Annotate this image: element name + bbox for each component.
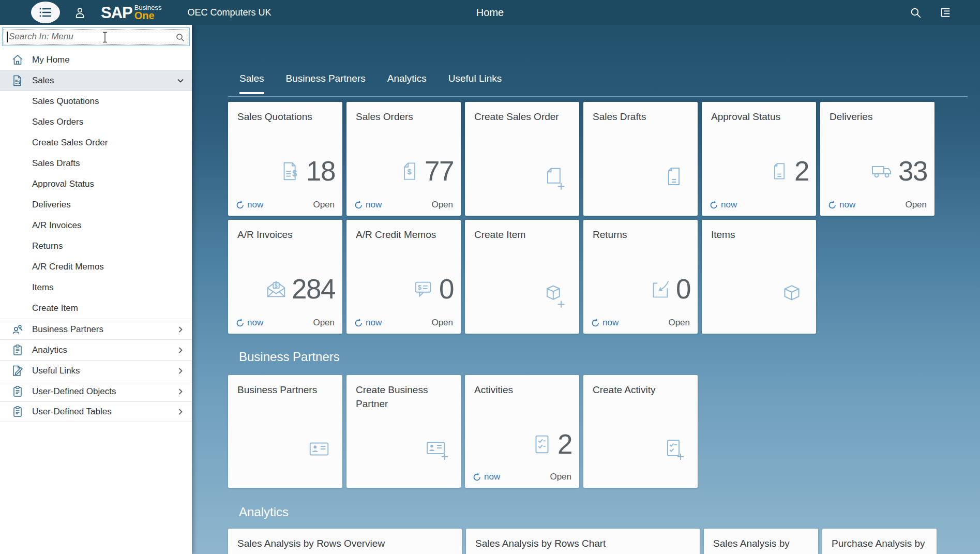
open-link[interactable]: Open xyxy=(431,200,453,210)
sidebar-item-sales-quotations[interactable]: Sales Quotations xyxy=(0,91,192,112)
company-name: OEC Computers UK xyxy=(188,7,272,18)
tile-sales-analysis-rows-overview[interactable]: Sales Analysis by Rows Overview Sales YT… xyxy=(228,529,462,554)
tile-create-activity[interactable]: Create Activity xyxy=(583,375,698,488)
tile-title: Approval Status xyxy=(711,110,810,124)
tile-business-partners[interactable]: Business Partners xyxy=(228,375,342,488)
tile-count: 0 xyxy=(439,275,454,304)
clipboard-icon xyxy=(10,385,25,398)
refresh-now-button[interactable]: now xyxy=(236,318,263,328)
tile-deliveries[interactable]: Deliveries 33 now Open xyxy=(820,102,934,216)
tile-title: A/R Credit Memos xyxy=(356,228,455,242)
tile-sales-orders[interactable]: Sales Orders $ 77 now Open xyxy=(346,102,461,216)
refresh-now-button[interactable]: now xyxy=(710,200,737,210)
tile-count: 284 xyxy=(292,275,335,304)
sidebar-item-user-defined-tables[interactable]: User-Defined Tables xyxy=(0,401,192,422)
tile-create-item[interactable]: Create Item xyxy=(465,220,579,334)
refresh-now-button[interactable]: now xyxy=(591,318,619,328)
tab-useful-links[interactable]: Useful Links xyxy=(448,72,502,94)
tile-ar-invoices[interactable]: A/R Invoices $ 284 now Open xyxy=(228,220,342,334)
document-edit-icon xyxy=(10,364,25,378)
tile-title: Sales Analysis by Rows Overview xyxy=(237,536,456,550)
chevron-right-icon xyxy=(176,346,185,354)
sidebar-item-my-home[interactable]: My Home xyxy=(0,50,192,70)
contact-card-plus-icon xyxy=(425,437,449,462)
refresh-icon xyxy=(828,201,837,209)
hamburger-menu-button[interactable] xyxy=(31,2,60,23)
open-link[interactable]: Open xyxy=(313,318,335,328)
refresh-now-button[interactable]: now xyxy=(473,472,500,482)
sidebar-item-useful-links[interactable]: Useful Links xyxy=(0,360,192,381)
sidebar-item-approval-status[interactable]: Approval Status xyxy=(0,174,192,194)
sidebar-item-returns[interactable]: Returns xyxy=(0,236,192,257)
open-link[interactable]: Open xyxy=(313,200,335,210)
open-link[interactable]: Open xyxy=(905,200,927,210)
tile-title: Create Sales Order xyxy=(474,110,573,124)
tile-approval-status[interactable]: Approval Status 2 now xyxy=(702,102,816,216)
menu-search-input[interactable] xyxy=(3,28,189,46)
document-lines-icon xyxy=(768,160,791,183)
tile-title: Create Activity xyxy=(593,383,691,397)
section-header-business-partners: Business Partners xyxy=(239,350,340,364)
sidebar-item-sales[interactable]: $ Sales xyxy=(0,70,192,91)
tile-items[interactable]: Items xyxy=(702,220,816,334)
analytics-tiles-row: Sales Analysis by Rows Overview Sales YT… xyxy=(228,529,937,554)
quick-links-icon xyxy=(939,6,952,19)
refresh-now-button[interactable]: now xyxy=(828,200,855,210)
tab-analytics[interactable]: Analytics xyxy=(387,72,427,94)
sidebar-item-ar-invoices[interactable]: A/R Invoices xyxy=(0,215,192,236)
tile-title: Sales Analysis by Rows Chart xyxy=(475,536,693,550)
refresh-now-button[interactable]: now xyxy=(236,200,263,210)
document-plus-icon xyxy=(541,164,568,191)
tab-divider xyxy=(228,96,968,97)
search-button[interactable] xyxy=(910,7,922,19)
refresh-icon xyxy=(591,319,600,327)
sidebar-item-sales-orders[interactable]: Sales Orders xyxy=(0,112,192,132)
tile-count: 2 xyxy=(557,430,572,459)
user-icon xyxy=(73,6,86,19)
quick-links-button[interactable] xyxy=(939,6,952,19)
sidebar-item-items[interactable]: Items xyxy=(0,277,192,298)
tile-create-business-partner[interactable]: Create Business Partner xyxy=(346,375,461,488)
tile-activities[interactable]: Activities 2 now Open xyxy=(465,375,579,488)
sales-document-icon: $ xyxy=(10,74,25,87)
search-icon xyxy=(910,7,922,19)
sidebar-item-deliveries[interactable]: Deliveries xyxy=(0,194,192,215)
tab-sales[interactable]: Sales xyxy=(239,72,264,94)
sidebar-item-create-item[interactable]: Create Item xyxy=(0,298,192,319)
tile-sales-quotations[interactable]: Sales Quotations $ 18 now Open xyxy=(228,102,342,216)
document-dollar-lines-icon: $ xyxy=(279,159,303,183)
user-button[interactable] xyxy=(73,6,86,19)
refresh-icon xyxy=(354,201,363,209)
text-caret xyxy=(7,32,8,42)
tile-sales-drafts[interactable]: Sales Drafts xyxy=(583,102,698,216)
tab-business-partners[interactable]: Business Partners xyxy=(286,72,366,94)
tile-ar-credit-memos[interactable]: A/R Credit Memos $ 0 now Open xyxy=(346,220,461,334)
refresh-now-button[interactable]: now xyxy=(354,318,382,328)
tile-returns[interactable]: Returns 0 now Open xyxy=(583,220,698,334)
search-icon[interactable] xyxy=(175,33,185,42)
open-link[interactable]: Open xyxy=(431,318,453,328)
tile-title: Purchase Analysis by Rows Chart xyxy=(832,536,930,554)
cube-icon xyxy=(779,282,805,308)
tile-sales-analysis-rows-chart[interactable]: Sales Analysis by Rows Chart Last 12 Mon… xyxy=(466,529,700,554)
sidebar-item-business-partners[interactable]: Business Partners xyxy=(0,319,192,339)
menu-search-box[interactable] xyxy=(2,27,190,46)
tile-sales-analysis-document-chart[interactable]: Sales Analysis by Document Chart xyxy=(704,529,818,554)
refresh-now-button[interactable]: now xyxy=(354,200,382,210)
svg-text:$: $ xyxy=(407,168,411,176)
sidebar-item-sales-drafts[interactable]: Sales Drafts xyxy=(0,153,192,174)
open-link[interactable]: Open xyxy=(668,318,690,328)
sap-business-one-logo: SAP Business One xyxy=(101,4,162,21)
tile-purchase-analysis-rows-chart[interactable]: Purchase Analysis by Rows Chart xyxy=(822,529,937,554)
sidebar-item-analytics[interactable]: Analytics xyxy=(0,339,192,360)
refresh-icon xyxy=(236,201,245,209)
main-menu-panel: My Home $ Sales Sales Quotations Sales O… xyxy=(0,25,192,554)
clipboard-icon xyxy=(10,405,25,418)
sidebar-item-user-defined-objects[interactable]: User-Defined Objects xyxy=(0,381,192,401)
sidebar-item-ar-credit-memos[interactable]: A/R Credit Memos xyxy=(0,257,192,277)
refresh-icon xyxy=(710,201,718,209)
sidebar-item-create-sales-order[interactable]: Create Sales Order xyxy=(0,132,192,153)
svg-text:$: $ xyxy=(275,283,278,289)
open-link[interactable]: Open xyxy=(550,472,571,482)
tile-create-sales-order[interactable]: Create Sales Order xyxy=(465,102,579,216)
